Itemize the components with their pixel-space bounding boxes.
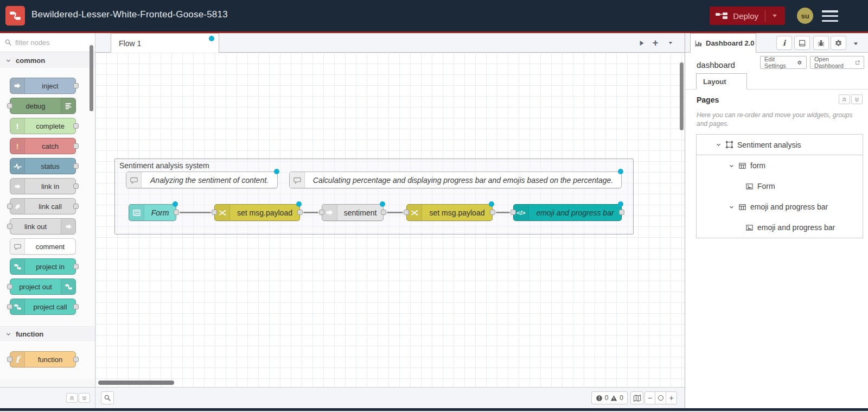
comment-icon (10, 239, 25, 254)
notification-counts[interactable]: 0 0 (591, 391, 628, 404)
widget-icon (745, 182, 754, 191)
output-port (73, 143, 79, 149)
node-set-msg-payload-1[interactable]: set msg.payload (214, 204, 300, 221)
palette-node-project-out[interactable]: project out (10, 278, 76, 295)
canvas-vertical-scrollbar[interactable] (680, 62, 684, 130)
debug-tab-button[interactable] (813, 36, 829, 50)
output-port (73, 304, 79, 309)
input-port (7, 284, 12, 289)
change-dot (618, 169, 623, 174)
flow-list-button[interactable] (665, 37, 676, 48)
layout-tab-row: Layout (685, 73, 868, 90)
wire[interactable] (496, 212, 510, 213)
page-icon (725, 141, 733, 149)
canvas-horizontal-scrollbar[interactable] (98, 381, 174, 385)
search-icon (4, 39, 12, 46)
palette-node-inject[interactable]: inject (10, 78, 76, 94)
palette-node-status[interactable]: status (10, 158, 76, 174)
dashboard-layout-tree: Sentiment analysis form Form emoji and p… (696, 134, 863, 238)
chevron-down-icon[interactable] (729, 163, 735, 169)
sidebar-options-caret[interactable] (852, 40, 859, 47)
palette-node-link-in[interactable]: link in (10, 178, 76, 194)
config-tab-button[interactable] (831, 36, 846, 50)
chevron-down-icon[interactable] (716, 142, 722, 148)
canvas-search-button[interactable] (101, 391, 114, 404)
output-port[interactable] (619, 210, 624, 215)
input-port[interactable] (510, 210, 516, 215)
deploy-icon (715, 11, 728, 20)
palette-footer (0, 387, 95, 408)
deploy-button[interactable]: Deploy (710, 7, 785, 25)
palette-node-catch[interactable]: ! catch (10, 138, 76, 154)
tree-item-page-sentiment-analysis[interactable]: Sentiment analysis (697, 135, 863, 155)
navigator-button[interactable] (630, 391, 643, 404)
input-port (7, 224, 12, 229)
comment-node-2[interactable]: Calculating percentage and displaying pr… (289, 172, 622, 188)
chevron-down-icon[interactable] (729, 204, 735, 210)
tree-item-group-form[interactable]: form (697, 155, 863, 176)
output-port[interactable] (381, 210, 386, 215)
zoom-in-button[interactable]: + (666, 391, 677, 404)
filter-nodes-input[interactable] (15, 39, 86, 47)
palette-collapse-all-button[interactable] (66, 393, 78, 403)
tree-item-group-emoji-progress-bar[interactable]: emoji and progress bar (697, 197, 863, 217)
help-tab-button[interactable] (794, 36, 810, 50)
tab-flow-1[interactable]: Flow 1 (111, 33, 219, 53)
pages-expand-all-button[interactable] (851, 94, 863, 104)
tab-layout[interactable]: Layout (696, 73, 747, 90)
comment-icon (126, 172, 142, 188)
palette-node-project-in[interactable]: project in (10, 258, 76, 275)
palette-scroll-area[interactable]: common inject debug ! complete (0, 53, 95, 387)
unsaved-changes-dot (209, 36, 214, 41)
next-tab-button[interactable] (636, 37, 647, 48)
tree-item-widget-emoji-progress-bar[interactable]: emoji and progress bar (697, 217, 863, 238)
wire[interactable] (387, 212, 403, 213)
zoom-reset-button[interactable] (655, 391, 666, 404)
palette-node-comment[interactable]: comment (10, 238, 76, 255)
sentiment-icon (322, 205, 337, 220)
input-port[interactable] (404, 210, 409, 215)
output-port[interactable] (174, 210, 179, 215)
palette-node-debug[interactable]: debug (10, 98, 76, 114)
comment-node-1[interactable]: Analyzing the sentiment of content. (126, 172, 278, 188)
node-form[interactable]: Form (129, 204, 176, 221)
user-avatar[interactable]: su (797, 8, 813, 24)
change-dot (296, 201, 302, 207)
flow-group-sentiment-analysis[interactable]: Sentiment analysis system (114, 159, 634, 234)
wire[interactable] (303, 212, 318, 213)
palette-node-link-call[interactable]: link call (10, 198, 76, 214)
zoom-out-button[interactable]: − (644, 391, 655, 404)
palette-node-function[interactable]: f function (10, 351, 76, 367)
window-bottom-edge (0, 408, 868, 411)
palette-expand-all-button[interactable] (79, 393, 90, 403)
output-port (73, 83, 79, 88)
palette-category-function[interactable]: function (0, 326, 95, 341)
edit-settings-button[interactable]: Edit Settings (760, 56, 807, 69)
output-port[interactable] (297, 210, 303, 215)
deploy-options-caret[interactable] (765, 10, 780, 22)
node-sentiment[interactable]: sentiment (322, 204, 384, 221)
tab-dashboard-2[interactable]: Dashboard 2.0 (690, 33, 756, 53)
tree-item-widget-form[interactable]: Form (697, 176, 863, 197)
palette-scrollbar[interactable] (90, 45, 93, 111)
palette-node-link-out[interactable]: link out (10, 218, 76, 234)
palette-node-project-call[interactable]: project call (10, 299, 76, 315)
open-dashboard-button[interactable]: Open Dashboard (810, 56, 864, 69)
palette-search[interactable] (0, 33, 95, 52)
wire[interactable] (180, 212, 211, 213)
node-set-msg-payload-2[interactable]: set msg.payload (406, 204, 493, 221)
output-port[interactable] (490, 210, 495, 215)
group-label: Sentiment analysis system (115, 159, 633, 172)
add-flow-button[interactable]: + (650, 37, 661, 48)
comment-icon (290, 172, 305, 188)
flow-canvas[interactable]: Sentiment analysis system Analyzing the … (95, 53, 685, 387)
pages-collapse-all-button[interactable] (839, 94, 850, 104)
main-menu-button[interactable] (822, 10, 838, 22)
palette-node-complete[interactable]: ! complete (10, 118, 76, 134)
dashboard-title: dashboard (697, 60, 735, 69)
input-port[interactable] (212, 210, 217, 215)
node-emoji-progress-bar[interactable]: </> emoji and progress bar (513, 204, 622, 221)
input-port[interactable] (319, 210, 324, 215)
palette-category-common[interactable]: common (0, 53, 95, 68)
info-tab-button[interactable]: i (776, 36, 792, 50)
